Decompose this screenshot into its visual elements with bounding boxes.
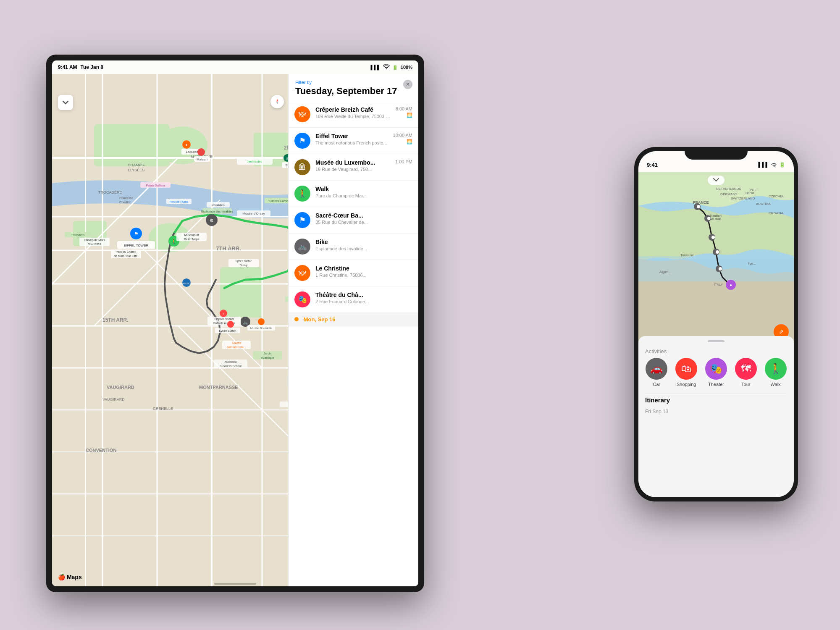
- ipad-home-indicator: [214, 583, 256, 585]
- activity-shopping[interactable]: 🛍 Shopping: [675, 358, 697, 387]
- svg-text:TROCADÉRO: TROCADÉRO: [98, 190, 123, 194]
- item-name: Sacré-Cœur Ba...: [315, 212, 407, 219]
- svg-text:15TH ARR.: 15TH ARR.: [102, 317, 129, 323]
- svg-text:Jardins des: Jardins des: [247, 160, 262, 163]
- svg-text:Tyrr...: Tyrr...: [748, 262, 756, 265]
- iphone-wifi-icon: [771, 162, 777, 167]
- tour-activity-icon: 🗺: [735, 358, 757, 380]
- svg-text:Musée Bourdelle: Musée Bourdelle: [250, 327, 273, 330]
- itinerary-list[interactable]: 🍽 Crêperie Breizh Café 109 Rue Vieille d…: [289, 101, 418, 580]
- theater-label: Theater: [708, 382, 724, 387]
- svg-text:Parc du Champ: Parc du Champ: [116, 250, 136, 254]
- svg-text:Hôpital Necker: Hôpital Necker: [215, 318, 234, 321]
- list-item[interactable]: ⚑ Sacré-Cœur Ba... 35 Rue du Chevalier d…: [289, 207, 418, 234]
- svg-point-142: [197, 148, 205, 156]
- svg-text:am Main: am Main: [710, 218, 721, 220]
- item-content: Crêperie Breizh Café 109 Rue Vieille du …: [315, 106, 391, 119]
- svg-text:Esplanade des Invalides: Esplanade des Invalides: [201, 210, 233, 213]
- svg-point-189: [711, 236, 715, 239]
- item-time: 10:00 AM 🌅: [393, 133, 412, 144]
- activity-tour[interactable]: 🗺 Tour: [735, 358, 757, 387]
- list-item[interactable]: 🏛 Musée du Luxembo... 19 Rue de Vaugirar…: [289, 154, 418, 181]
- iphone-device: 9:41 ▌▌▌ 🔋: [634, 147, 798, 501]
- bike-icon: 🚲: [294, 239, 310, 255]
- iphone-map-background: FRANCE SWITZERLAND AUSTRIA GERMANY CZECH…: [638, 172, 794, 349]
- svg-text:Trocadero: Trocadero: [71, 234, 84, 236]
- time-value: 1:00 PM: [395, 159, 412, 164]
- svg-text:CHAMPS-: CHAMPS-: [128, 163, 145, 167]
- ipad-screen: 9:41 AM Tue Jan 8 ▌▌▌ 🔋 100%: [52, 60, 418, 586]
- svg-point-91: [258, 318, 265, 325]
- item-name: Le Christine: [315, 265, 407, 272]
- svg-text:de Mars Tour Eiffel: de Mars Tour Eiffel: [114, 255, 139, 257]
- item-sub: 1 Rue Christine, 75006...: [315, 273, 407, 278]
- compass-button[interactable]: [270, 95, 284, 108]
- ipad-date: Tue Jan 8: [81, 64, 103, 70]
- landmark-icon: ⚑: [294, 133, 310, 149]
- svg-text:Toulouse: Toulouse: [680, 253, 694, 257]
- collapse-button[interactable]: [58, 95, 73, 110]
- svg-text:Pont de l'Alma: Pont de l'Alma: [170, 200, 189, 203]
- list-item[interactable]: ⚑ Eiffel Tower The most notorious French…: [289, 128, 418, 154]
- svg-text:MONTPARNASSE: MONTPARNASSE: [199, 385, 238, 390]
- svg-text:UNESCO: UNESCO: [181, 282, 192, 285]
- svg-text:CZECHIA: CZECHIA: [769, 194, 784, 198]
- walk-icon: 🚶: [294, 186, 310, 202]
- list-item[interactable]: 🍽 Crêperie Breizh Café 109 Rue Vieille d…: [289, 101, 418, 128]
- svg-text:AUSTRIA: AUSTRIA: [756, 202, 771, 206]
- activities-section-title: Activities: [638, 346, 794, 358]
- svg-marker-170: [276, 102, 278, 105]
- activity-walk[interactable]: 🚶 Walk: [765, 358, 787, 387]
- svg-text:ITALY: ITALY: [714, 283, 723, 286]
- iphone-status-right: ▌▌▌ 🔋: [758, 162, 785, 168]
- svg-text:EIFFEL TOWER: EIFFEL TOWER: [124, 244, 149, 247]
- activity-theater[interactable]: 🎭 Theater: [705, 358, 727, 387]
- svg-text:CONVENTION: CONVENTION: [86, 448, 116, 453]
- svg-text:Galerie: Galerie: [232, 341, 242, 344]
- svg-text:commerciale...: commerciale...: [227, 346, 246, 349]
- list-item[interactable]: 🚲 Bike Esplanade des Invalide...: [289, 234, 418, 260]
- item-name: Walk: [315, 186, 407, 192]
- svg-text:+: +: [223, 312, 224, 315]
- list-item[interactable]: 🎭 Théâtre du Châ... 2 Rue Edouard Colonn…: [289, 286, 418, 313]
- iphone-signal-icon: ▌▌▌: [758, 162, 769, 168]
- iphone-map[interactable]: FRANCE SWITZERLAND AUSTRIA GERMANY CZECH…: [638, 172, 794, 349]
- restaurant-icon: 🍽: [294, 265, 310, 281]
- svg-text:●: ●: [185, 143, 187, 147]
- list-item[interactable]: 🚶 Walk Parc du Champ de Mar...: [289, 181, 418, 207]
- svg-text:Champ de Mars: Champ de Mars: [84, 239, 105, 242]
- svg-text:GERMANY: GERMANY: [720, 192, 738, 196]
- sunrise-icon: 🌅: [407, 113, 412, 118]
- item-name: Théâtre du Châ...: [315, 291, 407, 298]
- theater-activity-icon: 🎭: [705, 358, 727, 380]
- activity-car[interactable]: 🚗 Car: [646, 358, 667, 387]
- panel-date: Tuesday, September 17: [295, 86, 412, 97]
- maps-logo: 🍎 Maps: [58, 574, 82, 580]
- wifi-icon: [383, 64, 390, 70]
- itinerary-section-title: Itinerary: [638, 394, 794, 408]
- ipad-status-right: ▌▌▌ 🔋 100%: [370, 64, 412, 70]
- list-item[interactable]: 🍽 Le Christine 1 Rue Christine, 75006...: [289, 260, 418, 286]
- svg-text:Palais Galliera: Palais Galliera: [146, 184, 165, 187]
- ipad-device: 9:41 AM Tue Jan 8 ▌▌▌ 🔋 100%: [46, 55, 424, 592]
- svg-text:Tuileries Garden: Tuileries Garden: [268, 200, 290, 202]
- item-sub: 2 Rue Edouard Colonne...: [315, 299, 407, 304]
- iphone-notch: [685, 147, 748, 160]
- item-content: Walk Parc du Champ de Mar...: [315, 186, 407, 198]
- battery-icon: 🔋: [392, 65, 398, 70]
- shopping-activity-icon: 🛍: [675, 358, 697, 380]
- item-name: Bike: [315, 239, 407, 245]
- separator-dot: [294, 317, 299, 321]
- svg-text:⚑: ⚑: [134, 231, 139, 237]
- itinerary-sub-date: Fri Sep 13: [638, 408, 794, 415]
- landmark-icon: ⚑: [294, 212, 310, 228]
- iphone-collapse-handle[interactable]: [708, 176, 724, 185]
- item-content: Eiffel Tower The most notorious French p…: [315, 133, 388, 145]
- svg-text:Atlantique: Atlantique: [261, 356, 274, 360]
- item-sub: 35 Rue du Chevalier de...: [315, 220, 407, 225]
- svg-text:Chaillot: Chaillot: [119, 200, 131, 204]
- sheet-handle: [708, 340, 724, 342]
- svg-text:Museum of: Museum of: [184, 234, 199, 236]
- panel-close-button[interactable]: ✕: [403, 80, 412, 89]
- walk-label: Walk: [771, 382, 781, 387]
